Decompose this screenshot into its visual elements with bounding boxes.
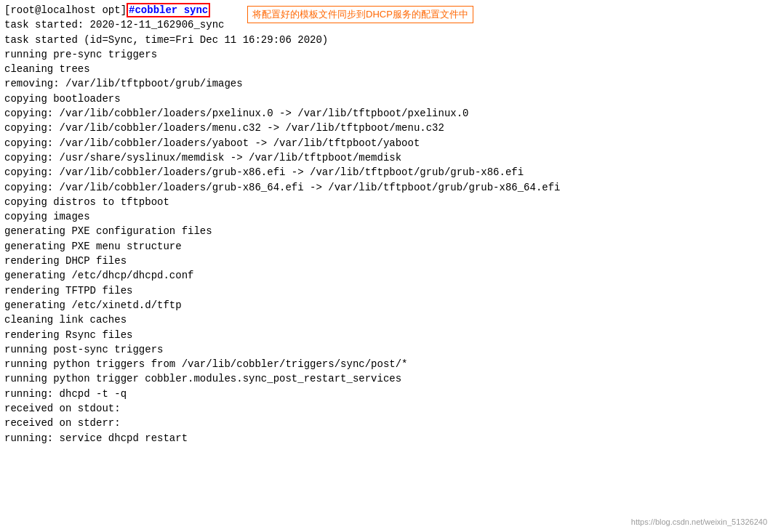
output-line-8: copying: /var/lib/cobbler/loaders/menu.c… xyxy=(4,121,769,135)
output-line-2: task started (id=Sync, time=Fri Dec 11 1… xyxy=(4,33,769,47)
output-line-16: generating PXE menu structure xyxy=(4,239,769,254)
output-line-5: removing: /var/lib/tftpboot/grub/images xyxy=(4,76,769,91)
output-line-20: generating /etc/xinetd.d/tftp xyxy=(4,298,769,313)
prompt-command: #cobbler sync xyxy=(129,4,208,16)
output-line-19: rendering TFTPD files xyxy=(4,283,769,298)
output-line-23: running post-sync triggers xyxy=(4,342,769,357)
output-line-6: copying bootloaders xyxy=(4,92,769,106)
output-line-7: copying: /var/lib/cobbler/loaders/pxelin… xyxy=(4,106,769,121)
terminal-content: [root@localhost opt]#cobbler sync task s… xyxy=(0,0,773,532)
output-line-11: copying: /var/lib/cobbler/loaders/grub-x… xyxy=(4,165,769,180)
output-line-17: rendering DHCP files xyxy=(4,254,769,268)
output-line-27: received on stdout: xyxy=(4,401,769,416)
prompt-bracket: [root@localhost opt] xyxy=(4,4,127,16)
output-line-25: running python trigger cobbler.modules.s… xyxy=(4,371,769,386)
output-line-12: copying: /var/lib/cobbler/loaders/grub-x… xyxy=(4,180,769,195)
watermark-text: https://blog.csdn.net/weixin_51326240 xyxy=(631,517,767,526)
output-line-22: rendering Rsync files xyxy=(4,328,769,342)
output-line-9: copying: /var/lib/cobbler/loaders/yaboot… xyxy=(4,136,769,150)
output-line-18: generating /etc/dhcp/dhcpd.conf xyxy=(4,268,769,283)
watermark: https://blog.csdn.net/weixin_51326240 xyxy=(631,517,767,526)
output-line-29: running: service dhcpd restart xyxy=(4,431,769,446)
output-line-24: running python triggers from /var/lib/co… xyxy=(4,357,769,371)
command-line: [root@localhost opt]#cobbler sync xyxy=(4,3,769,17)
output-line-21: cleaning link caches xyxy=(4,313,769,327)
output-line-14: copying images xyxy=(4,209,769,224)
output-line-3: running pre-sync triggers xyxy=(4,47,769,62)
output-line-4: cleaning trees xyxy=(4,62,769,76)
output-line-28: received on stderr: xyxy=(4,416,769,430)
output-line-15: generating PXE configuration files xyxy=(4,224,769,238)
output-line-10: copying: /usr/share/syslinux/memdisk -> … xyxy=(4,150,769,165)
output-line-13: copying distros to tftpboot xyxy=(4,195,769,209)
command-box: #cobbler sync xyxy=(127,3,210,17)
output-line-26: running: dhcpd -t -q xyxy=(4,387,769,401)
terminal-window: 将配置好的模板文件同步到DHCP服务的配置文件中 [root@localhost… xyxy=(0,0,773,532)
output-line-1: task started: 2020-12-11_162906_sync xyxy=(4,17,769,32)
